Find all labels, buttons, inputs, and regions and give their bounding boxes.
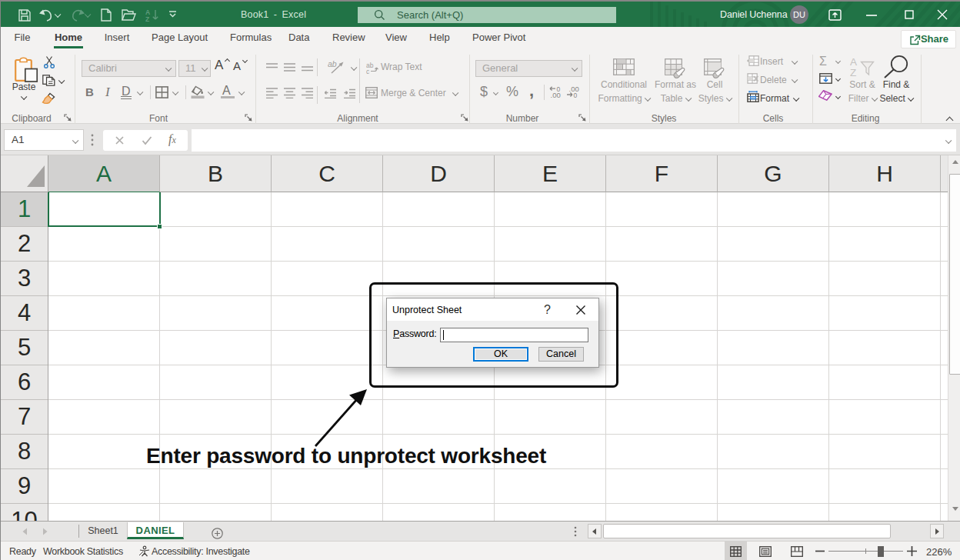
svg-text:Z: Z [850, 67, 856, 78]
svg-text:A: A [850, 56, 857, 68]
svg-text:.00: .00 [551, 91, 561, 98]
svg-text:0: 0 [574, 92, 578, 98]
svg-text:ab: ab [328, 60, 337, 68]
svg-text:Z: Z [145, 15, 149, 22]
